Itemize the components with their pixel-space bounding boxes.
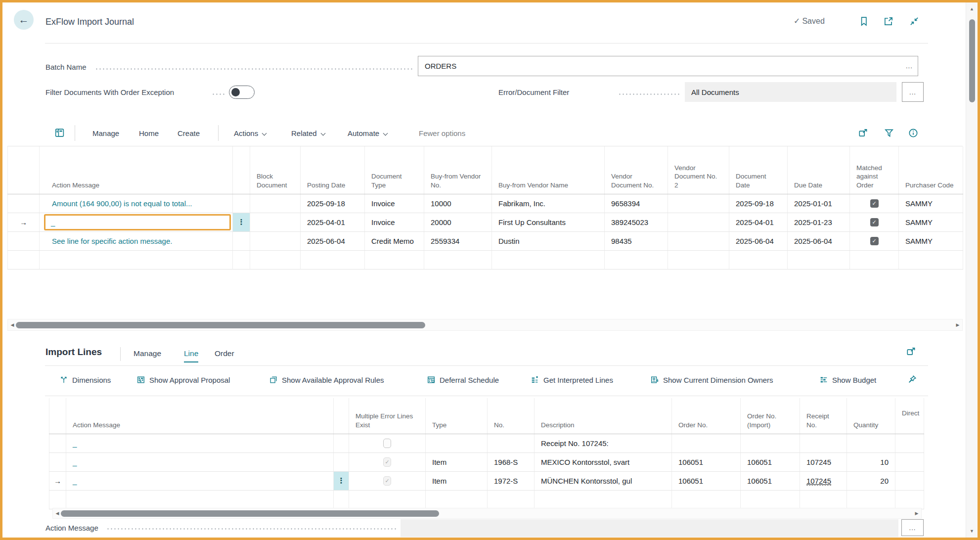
error-filter-lookup-button[interactable]: ... (902, 82, 924, 102)
pin-icon[interactable] (907, 374, 918, 385)
cell-order-no-import[interactable] (741, 434, 800, 452)
cell-document-type[interactable]: Invoice (365, 194, 424, 213)
cell-posting-date[interactable]: 2025-06-04 (301, 231, 365, 250)
filter-icon[interactable] (884, 128, 894, 138)
cell-action-message[interactable]: _ (66, 471, 334, 490)
batch-name-input[interactable] (418, 56, 918, 76)
cell-type[interactable]: Item (426, 452, 488, 471)
cell-order-no[interactable]: 106051 (672, 452, 741, 471)
cell-description[interactable]: Receipt No. 107245: (535, 434, 672, 452)
col-no[interactable]: No. (488, 398, 535, 434)
toolbar-actions-menu[interactable]: Actions (234, 129, 266, 137)
batch-name-lookup-button[interactable]: ... (906, 62, 913, 70)
cell-posting-date[interactable]: 2025-09-18 (301, 194, 365, 213)
cell-vendor-document-no[interactable]: 9658394 (605, 194, 668, 213)
cell-due-date[interactable]: 2025-06-04 (788, 231, 850, 250)
cell-no[interactable]: 1968-S (488, 452, 535, 471)
board-view-icon[interactable] (54, 128, 65, 138)
scroll-right-icon[interactable]: ▶ (912, 508, 921, 518)
receipt-no-drilldown[interactable]: 107245 (806, 477, 831, 486)
cell-action-message[interactable]: See line for specific action message. (40, 231, 233, 250)
row-kebab-menu[interactable]: ⋮ (233, 213, 250, 231)
scrollbar-thumb[interactable] (16, 322, 425, 328)
documents-horizontal-scrollbar[interactable]: ◀ ▶ (7, 319, 963, 331)
cell-order-no[interactable]: 106051 (672, 471, 741, 490)
vertical-scrollbar[interactable]: ▲ ▼ (966, 2, 978, 538)
cell-direct[interactable] (895, 471, 924, 490)
cell-buy-from-vendor-name[interactable]: Dustin (492, 231, 605, 250)
cell-vendor-document-no-2[interactable] (668, 213, 729, 231)
dimensions-button[interactable]: Dimensions (59, 375, 111, 384)
tab-line[interactable]: Line (184, 349, 198, 362)
back-button[interactable]: ← (14, 10, 34, 30)
checkbox-checked[interactable]: ✓ (870, 199, 879, 208)
toolbar-create[interactable]: Create (178, 129, 200, 137)
scroll-up-icon[interactable]: ▲ (966, 4, 978, 13)
tab-manage[interactable]: Manage (134, 349, 161, 361)
toolbar-home[interactable]: Home (139, 129, 159, 137)
import-lines-horizontal-scrollbar[interactable]: ◀ ▶ (52, 508, 922, 519)
col-description[interactable]: Description (535, 398, 672, 434)
cell-document-date[interactable]: 2025-04-01 (729, 213, 788, 231)
toolbar-related-menu[interactable]: Related (291, 129, 325, 137)
cell-purchaser-code[interactable]: SAMMY (899, 194, 963, 213)
checkbox-checked[interactable]: ✓ (870, 218, 879, 226)
cell-buy-from-vendor-no[interactable]: 2559334 (424, 231, 492, 250)
cell-type[interactable] (426, 434, 488, 452)
cell-receipt-no[interactable]: 107245 (800, 452, 847, 471)
col-direct[interactable]: Direct (895, 398, 924, 434)
cell-vendor-document-no-2[interactable] (668, 231, 729, 250)
toolbar-automate-menu[interactable]: Automate (348, 129, 387, 137)
col-posting-date[interactable]: Posting Date (301, 146, 365, 194)
toolbar-manage[interactable]: Manage (92, 129, 119, 137)
cell-direct[interactable] (895, 452, 924, 471)
cell-type[interactable]: Item (426, 471, 488, 490)
show-budget-button[interactable]: Show Budget (819, 375, 876, 384)
col-purchaser-code[interactable]: Purchaser Code (899, 146, 963, 194)
col-buy-from-vendor-name[interactable]: Buy-from Vendor Name (492, 146, 605, 194)
cell-due-date[interactable]: 2025-01-23 (788, 213, 850, 231)
share-icon[interactable] (858, 128, 869, 138)
cell-vendor-document-no[interactable]: 98435 (605, 231, 668, 250)
col-action-message[interactable]: Action Message (66, 398, 334, 434)
row-kebab-menu[interactable]: ⋮ (334, 471, 349, 490)
order-exception-toggle[interactable] (229, 86, 255, 99)
cell-action-message[interactable]: _ (66, 434, 334, 452)
cell-receipt-no[interactable] (800, 434, 847, 452)
tab-order[interactable]: Order (215, 349, 234, 361)
error-filter-value[interactable]: All Documents (685, 82, 896, 102)
cell-vendor-document-no[interactable]: 389245023 (605, 213, 668, 231)
cell-due-date[interactable]: 2025-01-01 (788, 194, 850, 213)
cell-buy-from-vendor-no[interactable]: 20000 (424, 213, 492, 231)
cell-no[interactable] (488, 434, 535, 452)
scrollbar-thumb[interactable] (969, 19, 975, 102)
cell-no[interactable]: 1972-S (488, 471, 535, 490)
col-due-date[interactable]: Due Date (788, 146, 850, 194)
col-buy-from-vendor-no[interactable]: Buy-from Vendor No. (424, 146, 492, 194)
col-vendor-document-no-2[interactable]: Vendor Document No. 2 (668, 146, 729, 194)
cell-action-message[interactable]: Amount (164 900,00) is not equal to tota… (40, 194, 233, 213)
cell-quantity[interactable]: 10 (847, 452, 895, 471)
col-order-no[interactable]: Order No. (672, 398, 741, 434)
cell-description[interactable]: MEXICO Kontorsstol, svart (535, 452, 672, 471)
col-document-type[interactable]: Document Type (365, 146, 424, 194)
cell-block-document[interactable] (250, 194, 301, 213)
cell-purchaser-code[interactable]: SAMMY (899, 213, 963, 231)
cell-quantity[interactable] (847, 434, 895, 452)
col-vendor-document-no[interactable]: Vendor Document No. (605, 146, 668, 194)
footer-action-message-lookup-button[interactable]: ... (901, 519, 924, 536)
col-order-no-import[interactable]: Order No. (Import) (741, 398, 800, 434)
cell-document-date[interactable]: 2025-09-18 (729, 194, 788, 213)
cell-document-type[interactable]: Invoice (365, 213, 424, 231)
cell-quantity[interactable]: 20 (847, 471, 895, 490)
get-interpreted-lines-button[interactable]: Get Interpreted Lines (531, 375, 613, 384)
scrollbar-thumb[interactable] (61, 510, 439, 517)
open-in-new-window-icon[interactable] (883, 16, 894, 27)
cell-document-type[interactable]: Credit Memo (365, 231, 424, 250)
col-action-message[interactable]: Action Message (40, 146, 233, 194)
cell-receipt-no[interactable]: 107245 (800, 471, 847, 490)
cell-order-no[interactable] (672, 434, 741, 452)
cell-vendor-document-no-2[interactable] (668, 194, 729, 213)
cell-description[interactable]: MÜNCHEN Kontorsstol, gul (535, 471, 672, 490)
deferral-schedule-button[interactable]: Deferral Schedule (427, 375, 499, 384)
